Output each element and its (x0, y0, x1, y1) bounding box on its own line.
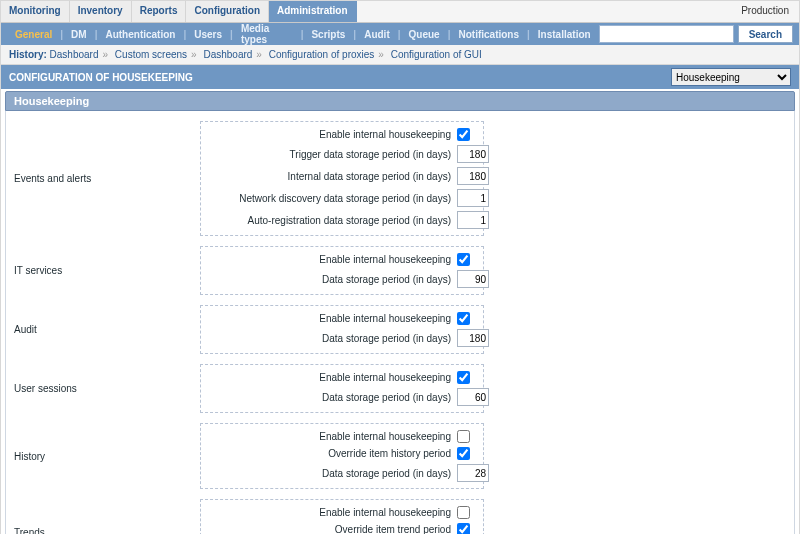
menu-audit[interactable]: Audit (356, 29, 398, 40)
group-events: Events and alerts Enable internal housek… (14, 119, 786, 238)
panel-wrap: Housekeeping Events and alerts Enable in… (1, 89, 799, 534)
group-services: IT services Enable internal housekeeping… (14, 244, 786, 297)
sessions-period-label: Data storage period (in days) (201, 392, 457, 403)
history-period-input[interactable] (457, 464, 489, 482)
events-section-label: Events and alerts (14, 173, 200, 184)
app-frame: Monitoring Inventory Reports Configurati… (0, 0, 800, 534)
top-tabs: Monitoring Inventory Reports Configurati… (1, 1, 799, 23)
audit-section-label: Audit (14, 324, 200, 335)
trends-override-label: Override item trend period (201, 524, 457, 534)
crumb-4[interactable]: Configuration of proxies (269, 49, 375, 60)
group-history: History Enable internal housekeeping Ove… (14, 421, 786, 491)
services-enable-label: Enable internal housekeeping (201, 254, 457, 265)
events-internal-label: Internal data storage period (in days) (201, 171, 457, 182)
crumb-1[interactable]: Dashboard (50, 49, 99, 60)
menu-bar: General| DM| Authentication| Users| Medi… (1, 23, 799, 45)
events-enable-checkbox[interactable] (457, 128, 470, 141)
trends-box: Enable internal housekeeping Override it… (200, 499, 484, 534)
menu-media-types[interactable]: Media types (233, 23, 301, 45)
environment-label: Production (731, 1, 799, 22)
menu-scripts[interactable]: Scripts (303, 29, 353, 40)
group-sessions: User sessions Enable internal housekeepi… (14, 362, 786, 415)
tabs-spacer (357, 1, 732, 22)
panel-title: Housekeeping (5, 91, 795, 111)
sessions-enable-checkbox[interactable] (457, 371, 470, 384)
crumb-2[interactable]: Custom screens (115, 49, 187, 60)
panel-body: Events and alerts Enable internal housek… (5, 111, 795, 534)
events-box: Enable internal housekeeping Trigger dat… (200, 121, 484, 236)
sessions-period-input[interactable] (457, 388, 489, 406)
trends-section-label: Trends (14, 527, 200, 535)
audit-box: Enable internal housekeeping Data storag… (200, 305, 484, 354)
search-input[interactable] (599, 25, 734, 43)
tab-reports[interactable]: Reports (132, 1, 187, 22)
sessions-box: Enable internal housekeeping Data storag… (200, 364, 484, 413)
history-enable-checkbox[interactable] (457, 430, 470, 443)
events-autoreg-label: Auto-registration data storage period (i… (201, 215, 457, 226)
breadcrumb: History: Dashboard» Custom screens» Dash… (1, 45, 799, 65)
history-period-label: Data storage period (in days) (201, 468, 457, 479)
menu-installation[interactable]: Installation (530, 29, 599, 40)
services-period-label: Data storage period (in days) (201, 274, 457, 285)
tab-inventory[interactable]: Inventory (70, 1, 132, 22)
menu-general[interactable]: General (7, 29, 60, 40)
events-autoreg-input[interactable] (457, 211, 489, 229)
services-box: Enable internal housekeeping Data storag… (200, 246, 484, 295)
events-enable-label: Enable internal housekeeping (201, 129, 457, 140)
trends-enable-label: Enable internal housekeeping (201, 507, 457, 518)
events-netdisc-input[interactable] (457, 189, 489, 207)
events-internal-input[interactable] (457, 167, 489, 185)
section-header: CONFIGURATION OF HOUSEKEEPING Housekeepi… (1, 65, 799, 89)
audit-period-input[interactable] (457, 329, 489, 347)
tab-configuration[interactable]: Configuration (186, 1, 269, 22)
menu-queue[interactable]: Queue (401, 29, 448, 40)
sessions-section-label: User sessions (14, 383, 200, 394)
crumb-5[interactable]: Configuration of GUI (391, 49, 482, 60)
services-period-input[interactable] (457, 270, 489, 288)
menu-notifications[interactable]: Notifications (450, 29, 527, 40)
events-netdisc-label: Network discovery data storage period (i… (201, 193, 457, 204)
menu-authentication[interactable]: Authentication (97, 29, 183, 40)
group-audit: Audit Enable internal housekeeping Data … (14, 303, 786, 356)
events-trigger-input[interactable] (457, 145, 489, 163)
services-enable-checkbox[interactable] (457, 253, 470, 266)
services-section-label: IT services (14, 265, 200, 276)
history-box: Enable internal housekeeping Override it… (200, 423, 484, 489)
sessions-enable-label: Enable internal housekeeping (201, 372, 457, 383)
events-trigger-label: Trigger data storage period (in days) (201, 149, 457, 160)
audit-enable-checkbox[interactable] (457, 312, 470, 325)
section-select[interactable]: Housekeeping (671, 68, 791, 86)
tab-monitoring[interactable]: Monitoring (1, 1, 70, 22)
audit-enable-label: Enable internal housekeeping (201, 313, 457, 324)
audit-period-label: Data storage period (in days) (201, 333, 457, 344)
menu-users[interactable]: Users (186, 29, 230, 40)
housekeeping-form: Events and alerts Enable internal housek… (14, 119, 786, 534)
history-label: History: (9, 49, 47, 60)
history-section-label: History (14, 451, 200, 462)
crumb-3[interactable]: Dashboard (203, 49, 252, 60)
trends-enable-checkbox[interactable] (457, 506, 470, 519)
history-enable-label: Enable internal housekeeping (201, 431, 457, 442)
group-trends: Trends Enable internal housekeeping Over… (14, 497, 786, 534)
trends-override-checkbox[interactable] (457, 523, 470, 534)
tab-administration[interactable]: Administration (269, 1, 357, 22)
history-override-label: Override item history period (201, 448, 457, 459)
section-title: CONFIGURATION OF HOUSEKEEPING (9, 72, 193, 83)
history-override-checkbox[interactable] (457, 447, 470, 460)
search-button[interactable]: Search (738, 25, 793, 43)
menu-dm[interactable]: DM (63, 29, 95, 40)
